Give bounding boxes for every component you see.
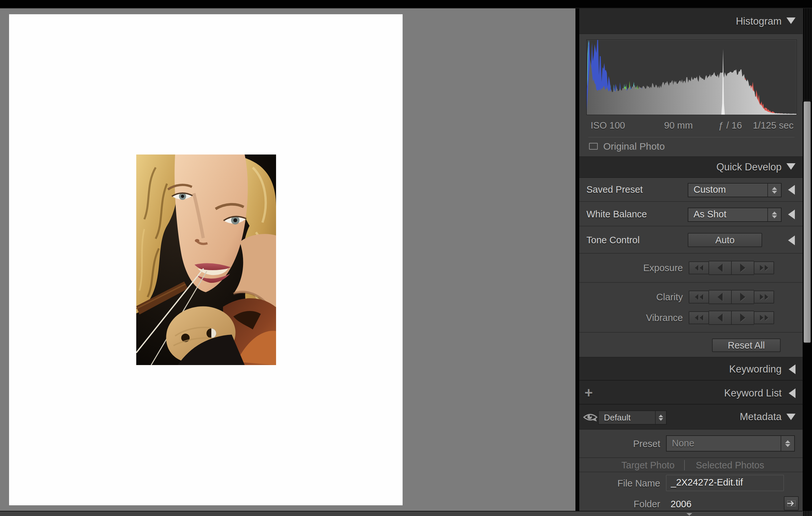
divider — [684, 460, 685, 470]
layout-page — [9, 14, 403, 505]
exposure-steppers — [689, 262, 774, 274]
exposure-increase-button[interactable] — [731, 261, 754, 275]
metadata-section: Preset None Target Photo Selected Photos… — [579, 429, 803, 511]
reset-all-button[interactable]: Reset All — [712, 338, 781, 352]
original-photo-label: Original Photo — [603, 141, 665, 152]
folder-label: Folder — [634, 499, 660, 510]
scroll-down-icon[interactable] — [687, 513, 692, 516]
divider — [588, 137, 794, 137]
vibrance-increase-large-button[interactable] — [754, 311, 774, 324]
photo-violinist — [136, 155, 276, 365]
quick-develop-collapse-icon[interactable] — [786, 163, 795, 170]
exposure-label: Exposure — [643, 263, 683, 273]
quick-develop-header[interactable]: Quick Develop — [579, 157, 803, 178]
metadata-view-preset-stepper[interactable] — [655, 411, 666, 424]
clarity-steppers — [689, 291, 774, 303]
clarity-increase-button[interactable] — [731, 290, 754, 304]
lightroom-window: Histogram ISO 100 90 mm ƒ / 16 1/125 sec — [0, 0, 812, 516]
white-balance-stepper[interactable] — [767, 208, 781, 221]
white-balance-expand-icon[interactable] — [788, 210, 795, 219]
white-balance-value: As Shot — [688, 208, 767, 221]
histogram-title: Histogram — [736, 16, 782, 27]
tone-control-expand-icon[interactable] — [788, 236, 795, 245]
bottom-bar — [0, 511, 812, 516]
saved-preset-dropdown[interactable]: Custom — [688, 183, 782, 197]
reset-row: Reset All — [579, 333, 803, 358]
saved-preset-stepper[interactable] — [767, 184, 781, 197]
metadata-collapse-icon[interactable] — [786, 414, 795, 420]
panel-edge — [803, 8, 812, 511]
file-name-label: File Name — [617, 478, 660, 489]
metadata-preset-value: None — [667, 436, 781, 451]
vibrance-decrease-button[interactable] — [709, 310, 731, 325]
shutter-value: 1/125 sec — [753, 120, 793, 131]
vibrance-decrease-large-button[interactable] — [689, 311, 709, 324]
metadata-preset-stepper[interactable] — [781, 436, 794, 451]
quick-develop-section: Saved Preset Custom White Balance As Sho… — [579, 178, 803, 357]
quick-develop-title: Quick Develop — [716, 161, 782, 173]
histogram-chart[interactable] — [586, 39, 797, 115]
iso-value: ISO 100 — [591, 120, 625, 131]
metadata-header[interactable]: Default Metadata — [579, 406, 803, 429]
exposure-row: Exposure — [579, 254, 803, 283]
exposure-increase-large-button[interactable] — [754, 262, 774, 274]
folder-value: 2006 — [671, 499, 692, 510]
metadata-view-eye-icon[interactable] — [583, 412, 598, 423]
aperture-value: ƒ / 16 — [719, 120, 742, 131]
tone-control-row: Tone Control Auto — [579, 227, 803, 254]
white-balance-dropdown[interactable]: As Shot — [688, 208, 782, 222]
metadata-view-preset-value: Default — [599, 411, 655, 424]
histogram-section: ISO 100 90 mm ƒ / 16 1/125 sec Original … — [579, 34, 803, 157]
metadata-preset-label: Preset — [633, 439, 660, 449]
main-canvas — [0, 8, 575, 511]
histogram-channel-luminance — [587, 59, 796, 115]
saved-preset-expand-icon[interactable] — [788, 185, 795, 195]
add-keyword-icon[interactable]: + — [584, 386, 593, 399]
right-panel: Histogram ISO 100 90 mm ƒ / 16 1/125 sec — [579, 8, 803, 511]
apply-target-row: Target Photo Selected Photos — [579, 457, 803, 472]
selected-photos-tab[interactable]: Selected Photos — [696, 460, 764, 471]
focal-length-value: 90 mm — [664, 120, 693, 131]
vibrance-label: Vibrance — [646, 313, 683, 323]
keyword-list-title: Keyword List — [724, 387, 782, 399]
saved-preset-label: Saved Preset — [586, 184, 643, 195]
panel-divider — [575, 8, 579, 511]
clarity-vibrance-group: Clarity Vibrance — [579, 283, 803, 333]
top-window-bar — [0, 0, 812, 8]
panel-grip-texture — [803, 8, 812, 101]
metadata-preset-dropdown[interactable]: None — [666, 435, 795, 452]
keywording-title: Keywording — [729, 363, 782, 375]
saved-preset-row: Saved Preset Custom — [579, 178, 803, 202]
tone-auto-button[interactable]: Auto — [688, 233, 762, 247]
original-photo-checkbox[interactable] — [589, 143, 598, 150]
keywording-expand-icon[interactable] — [789, 364, 795, 374]
white-balance-row: White Balance As Shot — [579, 202, 803, 226]
vibrance-increase-button[interactable] — [731, 310, 754, 325]
keyword-list-header[interactable]: + Keyword List — [579, 382, 803, 405]
saved-preset-value: Custom — [688, 184, 767, 197]
clarity-decrease-large-button[interactable] — [689, 291, 709, 303]
arrow-right-icon — [787, 500, 795, 506]
capture-info-row: ISO 100 90 mm ƒ / 16 1/125 sec — [579, 119, 803, 132]
target-photo-tab[interactable]: Target Photo — [621, 460, 674, 471]
clarity-decrease-button[interactable] — [709, 290, 731, 304]
keywording-header[interactable]: Keywording — [579, 358, 803, 381]
panel-scrollbar-thumb[interactable] — [804, 101, 811, 343]
file-name-field[interactable]: _2X24272-Edit.tif — [666, 475, 784, 491]
metadata-view-preset-dropdown[interactable]: Default — [598, 410, 667, 425]
tone-control-label: Tone Control — [586, 235, 639, 246]
keyword-list-expand-icon[interactable] — [789, 388, 795, 398]
metadata-title: Metadata — [740, 411, 782, 423]
go-to-folder-button[interactable] — [784, 496, 799, 511]
white-balance-label: White Balance — [586, 209, 647, 220]
exposure-decrease-button[interactable] — [709, 261, 731, 275]
corner-grip-texture — [803, 511, 812, 516]
clarity-label: Clarity — [656, 292, 683, 302]
histogram-collapse-icon[interactable] — [786, 18, 795, 24]
histogram-header[interactable]: Histogram — [579, 8, 803, 34]
exposure-decrease-large-button[interactable] — [689, 262, 709, 274]
original-photo-row: Original Photo — [579, 140, 803, 155]
vibrance-steppers — [689, 311, 774, 324]
clarity-increase-large-button[interactable] — [754, 291, 774, 303]
